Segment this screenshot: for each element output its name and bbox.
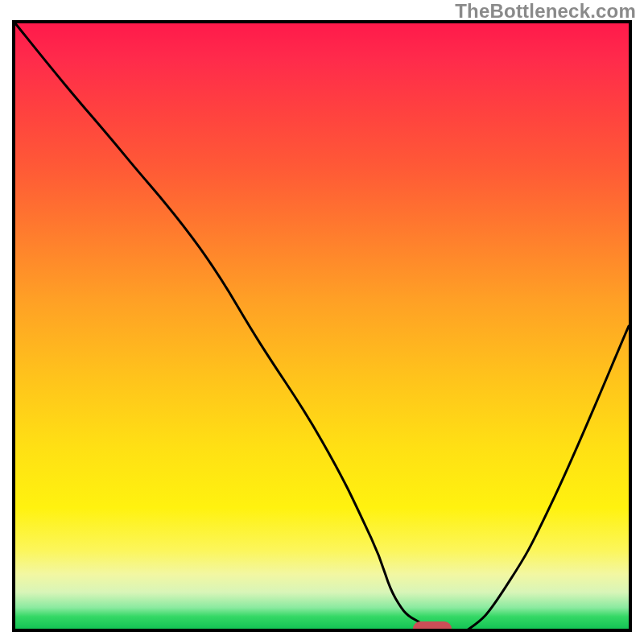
watermark-text: TheBottleneck.com — [455, 0, 636, 23]
optimal-marker — [413, 621, 452, 632]
curve-layer — [15, 23, 629, 629]
chart-stage: TheBottleneck.com — [0, 0, 644, 644]
bottleneck-curve-path — [15, 23, 629, 629]
chart-frame — [12, 20, 632, 632]
